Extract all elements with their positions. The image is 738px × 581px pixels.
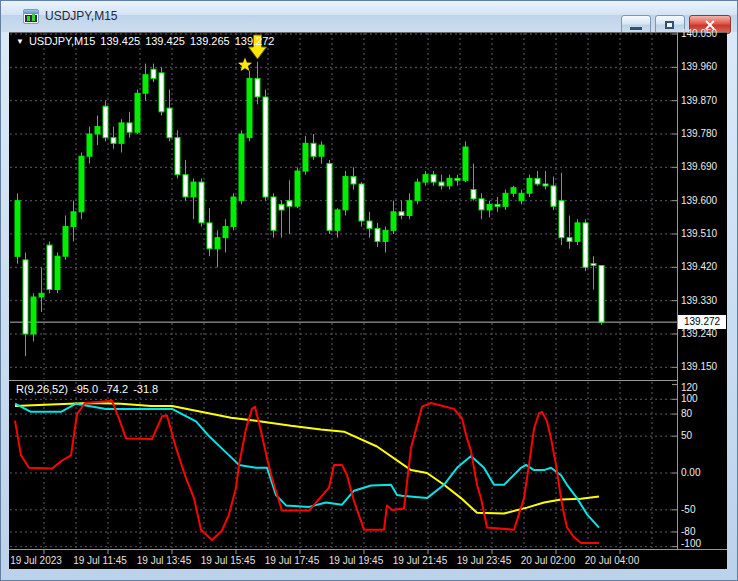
indicator-value-1: -95.0: [73, 383, 98, 395]
chart-client-area[interactable]: [9, 32, 727, 569]
restore-icon: [665, 21, 674, 29]
chart-window: USDJPY,M15 140.050139.960139.870139.7801…: [0, 0, 738, 581]
ohlc-close: 139.272: [235, 35, 275, 47]
ohlc-high: 139.425: [145, 35, 185, 47]
window-title: USDJPY,M15: [45, 9, 117, 23]
current-price-box: 139.272: [678, 315, 726, 329]
indicator-name: R(9,26,52): [16, 383, 68, 395]
minimize-icon: [630, 27, 642, 30]
indicator-value-2: -74.2: [103, 383, 128, 395]
ohlc-label[interactable]: ▼USDJPY,M15139.425139.425139.265139.272: [16, 35, 279, 47]
ohlc-open: 139.425: [100, 35, 140, 47]
symbol-period: USDJPY,M15: [29, 35, 95, 47]
title-bar[interactable]: USDJPY,M15: [1, 1, 737, 32]
indicator-value-3: -31.8: [133, 383, 158, 395]
chart-window-icon: [23, 9, 39, 24]
ohlc-low: 139.265: [190, 35, 230, 47]
indicator-label[interactable]: R(9,26,52)-95.0-74.2-31.8: [16, 383, 163, 395]
symbol-dropdown-icon[interactable]: ▼: [16, 37, 24, 46]
